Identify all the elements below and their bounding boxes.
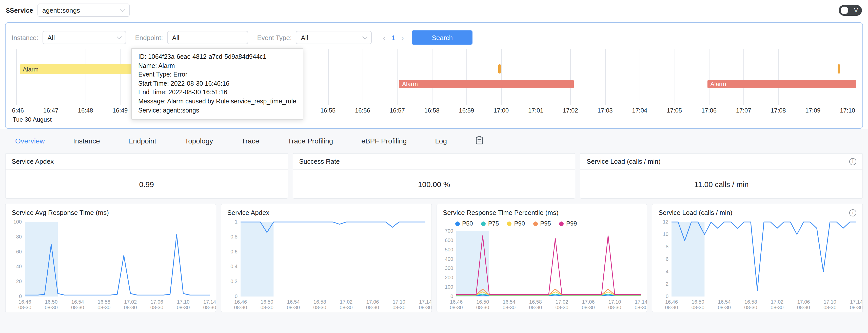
svg-text:0.8: 0.8 xyxy=(230,234,238,240)
info-icon[interactable]: i xyxy=(849,209,856,216)
tab-instance[interactable]: Instance xyxy=(73,137,100,145)
svg-text:700: 700 xyxy=(445,228,453,234)
chart-avg-response-time[interactable]: 02040608010016:4608-3016:5008-3016:5408-… xyxy=(6,218,216,312)
svg-text:300: 300 xyxy=(445,265,453,271)
svg-text:0: 0 xyxy=(19,294,22,299)
clipboard-icon xyxy=(475,136,483,146)
svg-text:16:5008-30: 16:5008-30 xyxy=(691,299,705,310)
legend-item[interactable]: P95 xyxy=(533,220,551,227)
svg-text:17:1008-30: 17:1008-30 xyxy=(608,299,621,310)
search-button[interactable]: Search xyxy=(412,30,473,45)
stat-card-service-apdex: Service Apdex 0.99 xyxy=(5,153,288,199)
chart-legend: P50P75P90P95P99 xyxy=(437,218,647,227)
svg-text:17:1008-30: 17:1008-30 xyxy=(824,299,837,310)
chevron-down-icon xyxy=(362,34,367,39)
chart-response-time-percentile[interactable]: 010020030040050060070016:4608-3016:5008-… xyxy=(437,227,647,312)
timeline-gridline xyxy=(501,49,502,105)
tab-ebpf-profiling[interactable]: eBPF Profiling xyxy=(361,137,407,145)
timeline-gridline xyxy=(744,49,744,105)
timeline-gridline xyxy=(536,49,536,105)
chart-canvas[interactable]: 00.20.40.60.8116:4608-3016:5008-3016:540… xyxy=(221,218,431,312)
svg-text:16:5408-30: 16:5408-30 xyxy=(718,299,731,310)
timeline-gridline xyxy=(120,49,121,105)
event-type-filter-label: Event Type: xyxy=(257,34,292,41)
tab-bar: Overview Instance Endpoint Topology Trac… xyxy=(0,129,868,153)
svg-text:17:1408-30: 17:1408-30 xyxy=(419,299,431,310)
timeline-gridline xyxy=(466,49,467,105)
legend-item[interactable]: P90 xyxy=(507,220,525,227)
endpoint-input[interactable] xyxy=(167,31,248,44)
tooltip-service-line: Service: agent::songs xyxy=(138,106,296,115)
tab-overview[interactable]: Overview xyxy=(15,137,45,145)
event-tick[interactable] xyxy=(838,64,840,74)
event-bar[interactable]: Alarm xyxy=(707,80,856,88)
event-bar[interactable]: Alarm xyxy=(399,80,574,88)
svg-text:16:5808-30: 16:5808-30 xyxy=(313,299,326,310)
chart-canvas[interactable]: 02468101216:4608-3016:5008-3016:5408-301… xyxy=(653,218,863,312)
tab-log[interactable]: Log xyxy=(435,137,447,145)
toggle-knob-icon xyxy=(841,6,848,14)
timeline-axis-label: 17:01 xyxy=(528,107,544,114)
svg-text:6: 6 xyxy=(666,256,669,262)
page: $Service agent::songs V Instance: All En… xyxy=(0,0,868,333)
timeline-axis-label: 17:05 xyxy=(667,107,682,114)
timeline-axis-label: 16:49 xyxy=(113,107,128,114)
timeline-gridline xyxy=(640,49,640,105)
legend-item[interactable]: P99 xyxy=(559,220,577,227)
service-label: $Service xyxy=(6,6,33,14)
svg-text:2: 2 xyxy=(666,281,669,287)
event-tooltip: ID: 1064f23a-6eac-4812-a7cd-5d9a84d944c1… xyxy=(131,48,303,120)
svg-text:17:0208-30: 17:0208-30 xyxy=(340,299,352,310)
svg-text:17:1008-30: 17:1008-30 xyxy=(393,299,405,310)
stat-value: 100.00 % xyxy=(293,170,575,198)
chart-service-apdex[interactable]: 00.20.40.60.8116:4608-3016:5008-3016:540… xyxy=(221,218,431,312)
timeline-gridline xyxy=(674,49,675,105)
prev-page-icon[interactable]: ‹ xyxy=(383,34,385,41)
legend-dot-icon xyxy=(481,221,486,226)
svg-text:0: 0 xyxy=(666,294,669,299)
event-type-select-value: All xyxy=(301,34,308,41)
timeline-axis-label: 17:03 xyxy=(597,107,613,114)
legend-item[interactable]: P75 xyxy=(481,220,499,227)
chart-canvas[interactable]: 02040608010016:4608-3016:5008-3016:5408-… xyxy=(6,218,216,312)
timeline-axis-label: 16:48 xyxy=(78,107,93,114)
svg-text:17:0208-30: 17:0208-30 xyxy=(771,299,784,310)
svg-text:17:0608-30: 17:0608-30 xyxy=(150,299,163,310)
timeline-gridline xyxy=(16,49,17,105)
legend-item[interactable]: P50 xyxy=(455,220,473,227)
stat-title: Service Load (calls / min) xyxy=(587,158,661,165)
tab-topology[interactable]: Topology xyxy=(185,137,213,145)
instance-select[interactable]: All xyxy=(42,31,126,44)
svg-text:16:4608-30: 16:4608-30 xyxy=(665,299,678,310)
svg-text:200: 200 xyxy=(445,275,453,280)
tab-endpoint[interactable]: Endpoint xyxy=(128,137,156,145)
svg-text:17:0608-30: 17:0608-30 xyxy=(582,299,594,310)
svg-text:12: 12 xyxy=(663,219,669,225)
svg-text:16:5008-30: 16:5008-30 xyxy=(260,299,273,310)
instance-select-value: All xyxy=(48,34,55,41)
event-type-select[interactable]: All xyxy=(296,31,372,44)
event-tick[interactable] xyxy=(498,64,501,74)
svg-text:17:1408-30: 17:1408-30 xyxy=(850,299,862,310)
svg-text:17:0608-30: 17:0608-30 xyxy=(366,299,379,310)
page-number[interactable]: 1 xyxy=(392,34,395,41)
tab-trace[interactable]: Trace xyxy=(241,137,259,145)
chart-canvas[interactable]: 010020030040050060070016:4608-3016:5008-… xyxy=(437,227,647,312)
svg-text:4: 4 xyxy=(666,269,669,274)
dashboard-list-button[interactable] xyxy=(475,136,483,146)
svg-text:20: 20 xyxy=(16,279,22,284)
svg-text:500: 500 xyxy=(445,247,453,252)
tooltip-message-line: Message: Alarm caused by Rule service_re… xyxy=(138,97,296,106)
timeline-gridline xyxy=(709,49,710,105)
chart-service-load[interactable]: 02468101216:4608-3016:5008-3016:5408-301… xyxy=(653,218,863,312)
svg-text:60: 60 xyxy=(16,249,22,254)
chart-card-avg-response-time: Service Avg Response Time (ms) 020406080… xyxy=(5,204,216,312)
version-toggle[interactable]: V xyxy=(839,5,862,16)
info-icon[interactable]: i xyxy=(849,158,856,165)
service-select[interactable]: agent::songs xyxy=(37,4,129,17)
next-page-icon[interactable]: › xyxy=(401,34,404,41)
legend-label: P99 xyxy=(566,220,577,227)
chart-card-row: Service Avg Response Time (ms) 020406080… xyxy=(5,204,863,312)
tab-trace-profiling[interactable]: Trace Profiling xyxy=(288,137,333,145)
svg-text:17:1008-30: 17:1008-30 xyxy=(177,299,190,310)
